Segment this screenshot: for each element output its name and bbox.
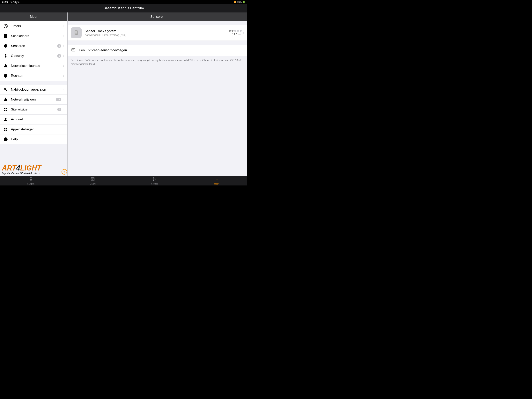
svg-rect-19 bbox=[6, 130, 7, 131]
sidebar-item-timers[interactable]: Timers › bbox=[0, 21, 67, 31]
battery-indicator: 86% bbox=[237, 1, 242, 3]
sidebar-label-help: Help bbox=[11, 137, 63, 141]
sidebar-item-sensoren[interactable]: Sensoren 1 › bbox=[0, 41, 67, 51]
app-title: Casambi Kennis Centrum bbox=[104, 6, 144, 10]
sidebar-label-sensoren: Sensoren bbox=[11, 44, 57, 48]
sidebar-item-site-wijzigen[interactable]: Site wijzigen 1 › bbox=[0, 105, 67, 115]
network-change-icon bbox=[3, 97, 8, 102]
tab-galerij[interactable]: Galerij bbox=[62, 176, 124, 186]
add-sensor-row[interactable]: Een EnOcean-sensor toevoegen › bbox=[68, 45, 247, 56]
sensor-dot-3 bbox=[234, 30, 236, 32]
sidebar-label-timers: Timers bbox=[11, 24, 63, 28]
svg-point-6 bbox=[4, 45, 7, 48]
sensor-right: 125 lux bbox=[229, 30, 242, 36]
more-icon bbox=[214, 177, 218, 182]
sidebar-item-app-instellingen[interactable]: App-instellingen › bbox=[0, 124, 67, 135]
status-day: Zo 10 jan. bbox=[10, 1, 20, 4]
sidebar-item-rechten[interactable]: Rechten › bbox=[0, 71, 67, 81]
badge-site-wijzigen: 1 bbox=[57, 108, 61, 111]
sidebar-label-schakelaars: Schakelaars bbox=[11, 34, 63, 38]
right-panel: Sensoren Sensor Track System Aanwezighei… bbox=[68, 13, 247, 176]
svg-text:i: i bbox=[5, 138, 6, 141]
badge-netwerk-wijzigen: 32 bbox=[56, 98, 61, 101]
enocean-icon-svg bbox=[71, 48, 76, 53]
chevron-schakelaars: › bbox=[63, 34, 64, 38]
sidebar-item-account[interactable]: Account › bbox=[0, 115, 67, 124]
sensor-dots bbox=[229, 30, 242, 32]
help-info-icon: i bbox=[3, 137, 8, 142]
svg-rect-11 bbox=[4, 108, 5, 109]
add-sensor-label: Een EnOcean-sensor toevoegen bbox=[79, 48, 243, 52]
svg-marker-28 bbox=[153, 177, 156, 180]
add-sensor-chevron: › bbox=[243, 49, 244, 52]
tab-scenes[interactable]: Scènes bbox=[124, 176, 186, 186]
sidebar-item-netwerk-wijzigen[interactable]: Netwerk wijzigen 32 › bbox=[0, 95, 67, 105]
sensor-card[interactable]: Sensor Track System Aanwezigheid: Kamer … bbox=[68, 25, 247, 41]
sensor-dot-2 bbox=[232, 30, 234, 32]
scenes-icon bbox=[152, 177, 157, 182]
gateway-icon bbox=[3, 53, 8, 58]
svg-rect-17 bbox=[6, 128, 7, 129]
add-sensor-icon bbox=[71, 48, 76, 53]
svg-point-24 bbox=[76, 34, 76, 35]
svg-point-29 bbox=[215, 179, 215, 180]
wifi-icon: 📶 bbox=[234, 1, 236, 3]
tab-label-meer: Meer bbox=[214, 183, 219, 185]
sidebar: Meer Timers › Schakelaars › bbox=[0, 13, 68, 176]
sensor-dot-5 bbox=[240, 30, 242, 32]
svg-point-30 bbox=[216, 179, 217, 180]
svg-rect-12 bbox=[6, 108, 7, 109]
chevron-rechten: › bbox=[63, 74, 64, 77]
sensor-name: Sensor Track System bbox=[85, 29, 229, 33]
gallery-icon bbox=[90, 177, 95, 182]
sidebar-item-help[interactable]: i Help › bbox=[0, 135, 67, 144]
switch-icon bbox=[3, 33, 8, 39]
svg-point-31 bbox=[217, 179, 218, 180]
sidebar-item-schakelaars[interactable]: Schakelaars › bbox=[0, 31, 67, 41]
sidebar-label-nabijgelegen: Nabijgelegen apparaten bbox=[11, 88, 63, 91]
tab-label-galerij: Galerij bbox=[90, 183, 96, 185]
help-button[interactable]: ? bbox=[62, 169, 67, 174]
chevron-netwerk-wijzigen: › bbox=[63, 98, 64, 101]
sidebar-label-gateway: Gateway bbox=[11, 54, 57, 58]
sensor-info: Sensor Track System Aanwezigheid: Kamer … bbox=[85, 29, 229, 36]
rights-icon bbox=[3, 73, 8, 78]
svg-point-20 bbox=[4, 138, 7, 141]
svg-point-9 bbox=[5, 89, 6, 90]
battery-icon: 🔋 bbox=[243, 1, 245, 3]
add-sensor-description: Een nieuwe EnOcean-sensor kan aan het ne… bbox=[68, 56, 247, 68]
right-panel-spacer bbox=[68, 21, 247, 25]
sidebar-item-gateway[interactable]: Gateway 1 › bbox=[0, 51, 67, 61]
badge-sensoren: 1 bbox=[57, 44, 61, 48]
right-panel-header: Sensoren bbox=[68, 13, 247, 21]
sidebar-item-netwerkconfiguratie[interactable]: Netwerkconfiguratie › bbox=[0, 61, 67, 71]
sensor-chevron: › bbox=[243, 31, 244, 34]
chevron-gateway: › bbox=[63, 54, 64, 58]
sidebar-header: Meer bbox=[0, 13, 67, 21]
title-bar: Casambi Kennis Centrum bbox=[0, 4, 247, 13]
tab-bar: Lampen Galerij Scènes Meer bbox=[0, 176, 247, 186]
status-indicators: 📶 86% 🔋 bbox=[234, 1, 245, 3]
chevron-sensoren: › bbox=[63, 44, 64, 48]
network-config-icon bbox=[3, 63, 8, 68]
sensor-device-svg bbox=[73, 29, 80, 36]
lamp-icon bbox=[29, 177, 33, 182]
tab-lampen[interactable]: Lampen bbox=[0, 176, 62, 186]
clock-icon bbox=[3, 24, 8, 29]
svg-point-7 bbox=[5, 56, 6, 57]
chevron-nabijgelegen: › bbox=[63, 88, 64, 91]
tab-meer[interactable]: Meer bbox=[186, 176, 247, 186]
chevron-account: › bbox=[63, 118, 64, 121]
site-change-icon bbox=[3, 107, 8, 112]
chevron-netwerkconfiguratie: › bbox=[63, 64, 64, 68]
svg-marker-8 bbox=[4, 64, 7, 67]
app-settings-icon bbox=[3, 127, 8, 132]
sidebar-item-nabijgelegen[interactable]: Nabijgelegen apparaten › bbox=[0, 85, 67, 95]
sensor-lux: 125 lux bbox=[232, 32, 241, 36]
sensor-dot-1 bbox=[229, 30, 231, 32]
sidebar-group-2: Nabijgelegen apparaten › Netwerk wijzige… bbox=[0, 85, 67, 144]
chevron-timers: › bbox=[63, 24, 64, 28]
badge-gateway: 1 bbox=[57, 54, 61, 58]
sensor-dot-4 bbox=[237, 30, 239, 32]
account-icon bbox=[3, 117, 8, 122]
